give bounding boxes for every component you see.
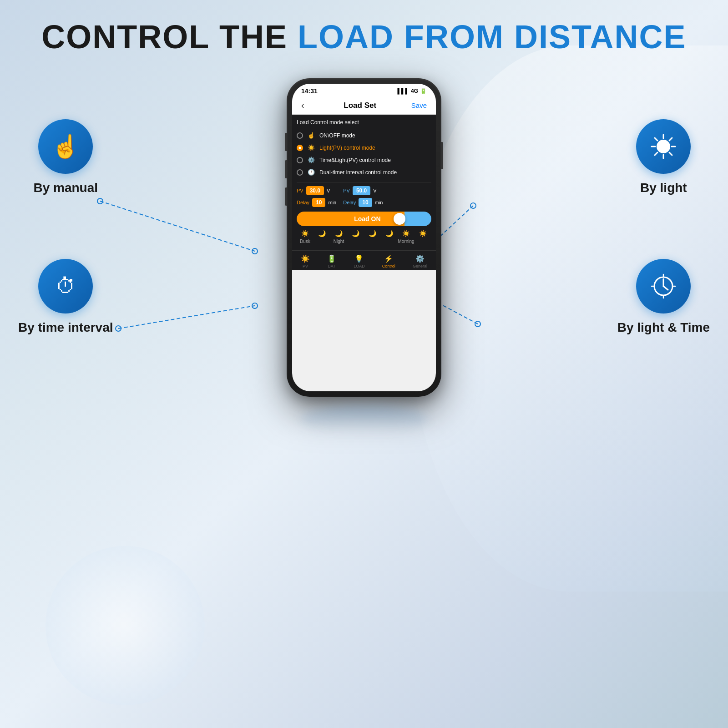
silent-button bbox=[285, 187, 287, 206]
slider-right bbox=[404, 212, 431, 226]
radio-light-pv[interactable] bbox=[297, 145, 303, 151]
slider-left bbox=[297, 212, 330, 226]
dual-timer-icon: 🕐 bbox=[308, 169, 315, 176]
label-empty2 bbox=[347, 239, 364, 244]
light-time-label: By light & Time bbox=[617, 320, 710, 335]
mode-onoff[interactable]: ☝ ON\OFF mode bbox=[297, 129, 431, 142]
manual-circle: ☝ bbox=[38, 119, 93, 174]
manual-icon: ☝ bbox=[51, 133, 80, 160]
nav-pv-icon: ☀️ bbox=[301, 254, 310, 263]
load-on-label: Load ON bbox=[354, 215, 380, 222]
delay-left-value[interactable]: 10 bbox=[312, 198, 325, 207]
light-circle bbox=[636, 119, 691, 174]
signal-icon: ▌▌▌ bbox=[397, 88, 409, 94]
delay-right-unit: min bbox=[375, 200, 383, 205]
load-slider[interactable]: Load ON bbox=[297, 212, 431, 226]
label-empty3 bbox=[364, 239, 381, 244]
radio-onoff[interactable] bbox=[297, 132, 303, 139]
delay-right-value[interactable]: 10 bbox=[359, 198, 372, 207]
time-label: By time interval bbox=[18, 320, 113, 335]
nav-control[interactable]: ⚡ Control bbox=[382, 254, 395, 268]
main-content: ☝ By manual ⏱ By time interval bbox=[0, 65, 728, 702]
app-content: Load Control mode select ☝ ON\OFF mode ☀… bbox=[292, 115, 436, 250]
time-circle: ⏱ bbox=[38, 259, 93, 313]
timeline: ☀️ 🌙 🌙 🌙 🌙 🌙 ☀️ ☀️ Dusk Nigh bbox=[297, 230, 431, 244]
dual-timer-label: Dual-timer interval control mode bbox=[319, 169, 397, 176]
clock-sun-icon bbox=[650, 273, 677, 300]
feature-time-interval: ⏱ By time interval bbox=[18, 259, 113, 335]
timeline-icon-6: ☀️ bbox=[402, 230, 410, 237]
delay-left-unit: min bbox=[328, 200, 336, 205]
timeline-labels: Dusk Night Morning bbox=[297, 239, 431, 244]
time-light-label: Time&Light(PV) control mode bbox=[319, 157, 391, 163]
nav-general[interactable]: ⚙️ General bbox=[413, 254, 427, 268]
svg-line-18 bbox=[669, 152, 672, 155]
nav-general-label: General bbox=[413, 264, 427, 268]
svg-line-20 bbox=[655, 152, 657, 155]
back-button[interactable]: ‹ bbox=[301, 100, 304, 111]
network-icon: 4G bbox=[411, 88, 418, 94]
svg-line-23 bbox=[663, 286, 668, 290]
nav-load-label: LOAD bbox=[354, 264, 365, 268]
vol-up-button bbox=[285, 133, 287, 151]
feature-light: By light bbox=[617, 119, 710, 195]
onoff-label: ON\OFF mode bbox=[319, 132, 355, 139]
nav-bar: ‹ Load Set Save bbox=[292, 96, 436, 115]
mode-time-light[interactable]: ⚙️ Time&Light(PV) control mode bbox=[297, 154, 431, 166]
light-pv-label: Light(PV) control mode bbox=[319, 145, 375, 151]
mode-light-pv[interactable]: ☀️ Light(PV) control mode bbox=[297, 142, 431, 154]
pv-left-group: PV 30.0 V Delay 10 min bbox=[297, 186, 336, 207]
svg-line-19 bbox=[669, 138, 672, 141]
time-light-icon: ⚙️ bbox=[308, 157, 315, 163]
page-title: CONTROL THE LOAD FROM DISTANCE bbox=[9, 18, 719, 56]
svg-line-17 bbox=[655, 138, 657, 141]
pv-right-unit: V bbox=[373, 188, 376, 193]
battery-icon: 🔋 bbox=[420, 88, 427, 94]
divider bbox=[297, 182, 431, 182]
pv-right-value[interactable]: 50.0 bbox=[353, 186, 370, 195]
nav-bat[interactable]: 🔋 BAT bbox=[327, 254, 336, 268]
radio-time-light[interactable] bbox=[297, 157, 303, 163]
light-pv-icon: ☀️ bbox=[308, 144, 315, 151]
phone: 14:31 ▌▌▌ 4G 🔋 ‹ Load Set Save Load Cont… bbox=[287, 78, 441, 397]
pv-right-row: PV 50.0 V bbox=[343, 186, 383, 195]
svg-point-5 bbox=[252, 303, 258, 308]
power-button bbox=[441, 142, 443, 169]
timeline-icon-0: ☀️ bbox=[301, 230, 309, 237]
svg-point-4 bbox=[116, 326, 121, 331]
timeline-icon-5: 🌙 bbox=[385, 230, 393, 237]
svg-line-0 bbox=[100, 201, 255, 251]
slider-thumb[interactable] bbox=[394, 213, 405, 225]
nav-load-icon: 💡 bbox=[354, 254, 364, 263]
mode-dual-timer[interactable]: 🕐 Dual-timer interval control mode bbox=[297, 166, 431, 178]
feature-light-time: By light & Time bbox=[617, 259, 710, 335]
label-empty5 bbox=[415, 239, 431, 244]
svg-point-2 bbox=[252, 248, 258, 254]
light-time-circle bbox=[636, 259, 691, 313]
nav-load[interactable]: 💡 LOAD bbox=[354, 254, 365, 268]
save-button[interactable]: Save bbox=[411, 101, 427, 109]
label-night: Night bbox=[330, 239, 347, 244]
title-highlight: LOAD FROM DISTANCE bbox=[298, 19, 687, 55]
section-title: Load Control mode select bbox=[297, 119, 431, 126]
light-label: By light bbox=[640, 181, 687, 195]
pv-right-group: PV 50.0 V Delay 10 min bbox=[343, 186, 383, 207]
nav-control-icon: ⚡ bbox=[384, 254, 393, 263]
timeline-icons: ☀️ 🌙 🌙 🌙 🌙 🌙 ☀️ ☀️ bbox=[297, 230, 431, 237]
timeline-icon-3: 🌙 bbox=[352, 230, 359, 237]
label-morning: Morning bbox=[398, 239, 415, 244]
pv-left-label: PV bbox=[297, 188, 303, 193]
nav-bat-label: BAT bbox=[328, 264, 336, 268]
pv-left-row: PV 30.0 V bbox=[297, 186, 336, 195]
radio-dual-timer[interactable] bbox=[297, 169, 303, 176]
pv-left-value[interactable]: 30.0 bbox=[306, 186, 324, 195]
svg-point-7 bbox=[470, 203, 476, 208]
svg-line-3 bbox=[118, 306, 255, 329]
pv-left-unit: V bbox=[327, 188, 330, 193]
onoff-icon: ☝ bbox=[308, 132, 315, 139]
pv-controls: PV 30.0 V Delay 10 min bbox=[297, 186, 431, 207]
delay-right-row: Delay 10 min bbox=[343, 198, 383, 207]
left-features: ☝ By manual ⏱ By time interval bbox=[18, 119, 113, 335]
timeline-icon-7: ☀️ bbox=[419, 230, 427, 237]
nav-pv[interactable]: ☀️ PV bbox=[301, 254, 310, 268]
